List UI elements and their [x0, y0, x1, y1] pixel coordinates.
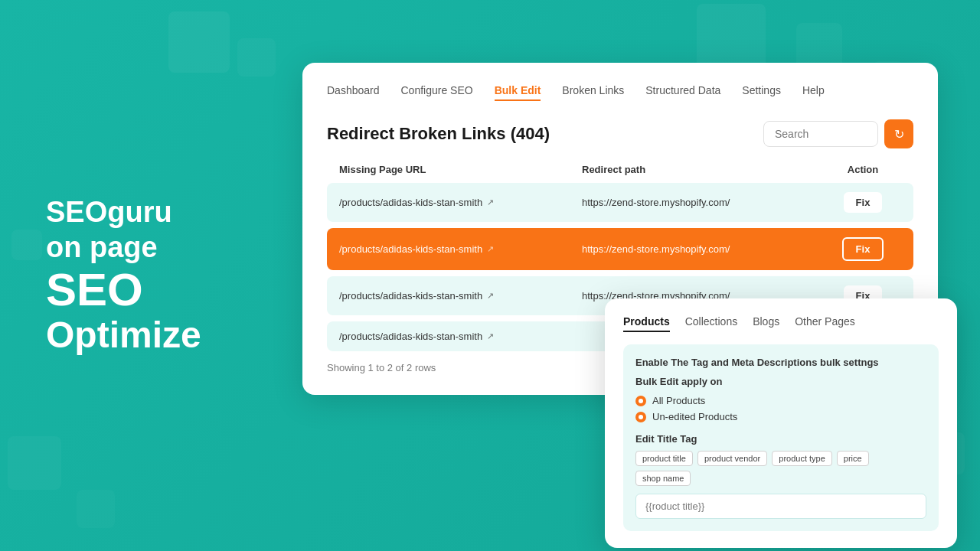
apply-on-label: Bulk Edit apply on [635, 376, 926, 387]
tab-settings[interactable]: Settings [742, 84, 781, 101]
external-link-icon: ↗ [487, 244, 494, 254]
external-link-icon: ↗ [487, 291, 494, 301]
fix-button-1[interactable]: Fix [844, 192, 883, 213]
radio-unedited-label: Un-edited Products [652, 411, 737, 422]
tab-blogs[interactable]: Blogs [753, 315, 779, 332]
tag-row: product title product vendor product typ… [635, 451, 926, 486]
nav-tabs: Dashboard Configure SEO Bulk Edit Broken… [327, 84, 913, 101]
tab-collections[interactable]: Collections [685, 315, 737, 332]
product-tabs: Products Collections Blogs Other Pages [623, 315, 939, 332]
bulk-section: Enable The Tag and Meta Descriptions bul… [623, 344, 939, 531]
hero-line3: SEO [46, 265, 201, 315]
table-row: /products/adidas-kids-stan-smith ↗ https… [327, 228, 913, 270]
cell-url: /products/adidas-kids-stan-smith ↗ [339, 331, 582, 342]
tab-products[interactable]: Products [623, 315, 670, 332]
tab-structured-data[interactable]: Structured Data [645, 84, 720, 101]
hero-line1: SEOguru [46, 195, 201, 230]
tab-dashboard[interactable]: Dashboard [327, 84, 380, 101]
tab-other-pages[interactable]: Other Pages [795, 315, 855, 332]
edit-title-label: Edit Title Tag [635, 433, 926, 445]
cell-url: /products/adidas-kids-stan-smith ↗ [339, 243, 582, 255]
hero-text: SEOguru on page SEO Optimize [46, 195, 201, 356]
refresh-button[interactable]: ↻ [884, 119, 913, 148]
col-missing-url: Missing Page URL [339, 164, 582, 175]
tab-configure-seo[interactable]: Configure SEO [401, 84, 473, 101]
col-redirect-path: Redirect path [582, 164, 825, 175]
tag-product-title[interactable]: product title [635, 451, 693, 466]
cell-redirect: https://zend-store.myshopify.com/ [582, 243, 825, 255]
external-link-icon: ↗ [487, 197, 494, 207]
title-input-field[interactable] [635, 494, 926, 519]
col-action: Action [825, 164, 901, 175]
search-input[interactable] [763, 121, 878, 147]
tag-product-type[interactable]: product type [772, 451, 832, 466]
table-header: Missing Page URL Redirect path Action [327, 164, 913, 183]
tab-help[interactable]: Help [802, 84, 825, 101]
radio-group: All Products Un-edited Products [635, 395, 926, 422]
bulk-section-title: Enable The Tag and Meta Descriptions bul… [635, 357, 926, 368]
radio-all-products[interactable]: All Products [635, 395, 926, 406]
radio-all-label: All Products [652, 395, 705, 406]
radio-dot-all [635, 396, 646, 406]
fix-button-2[interactable]: Fix [842, 237, 884, 261]
hero-line4: Optimize [46, 315, 201, 356]
cell-url: /products/adidas-kids-stan-smith ↗ [339, 197, 582, 208]
tab-broken-links[interactable]: Broken Links [562, 84, 624, 101]
page-title: Redirect Broken Links (404) [327, 124, 550, 144]
table-row: /products/adidas-kids-stan-smith ↗ https… [327, 183, 913, 222]
radio-dot-unedited [635, 412, 646, 422]
edit-title-section: Edit Title Tag product title product ven… [635, 433, 926, 519]
cell-url: /products/adidas-kids-stan-smith ↗ [339, 290, 582, 302]
radio-unedited-products[interactable]: Un-edited Products [635, 411, 926, 422]
page-header: Redirect Broken Links (404) ↻ [327, 119, 913, 148]
tag-shop-name[interactable]: shop name [635, 471, 691, 486]
external-link-icon: ↗ [487, 331, 494, 341]
tab-bulk-edit[interactable]: Bulk Edit [495, 84, 541, 101]
hero-line2: on page [46, 230, 201, 266]
search-area: ↻ [763, 119, 913, 148]
tag-product-vendor[interactable]: product vendor [697, 451, 767, 466]
cell-redirect: https://zend-store.myshopify.com/ [582, 197, 825, 208]
tag-price[interactable]: price [837, 451, 869, 466]
bulk-edit-card: Products Collections Blogs Other Pages E… [605, 298, 957, 548]
